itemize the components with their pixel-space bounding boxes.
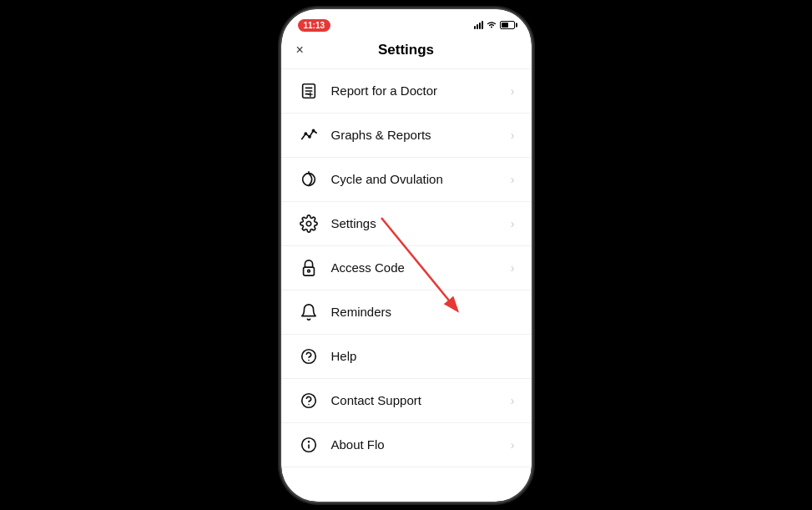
page-title: Settings	[378, 42, 434, 58]
menu-label-reminders: Reminders	[331, 305, 515, 319]
menu-item-about-flo[interactable]: About Flo ›	[281, 423, 532, 467]
signal-bars-icon	[474, 21, 483, 29]
svg-point-14	[301, 393, 315, 407]
menu-label-about-flo: About Flo	[331, 437, 511, 452]
cycle-icon	[298, 169, 320, 190]
menu-label-contact-support: Contact Support	[331, 393, 511, 407]
menu-item-contact-support[interactable]: Contact Support ›	[281, 379, 532, 423]
menu-item-graphs-reports[interactable]: Graphs & Reports ›	[281, 114, 532, 158]
chevron-icon-cycle: ›	[511, 173, 515, 186]
app-content: Report for a Doctor ›	[281, 69, 532, 502]
chevron-icon-settings: ›	[511, 217, 515, 230]
menu-item-help[interactable]: Help	[281, 335, 532, 379]
menu-label-settings: Settings	[331, 216, 511, 230]
wifi-icon	[487, 20, 497, 30]
chevron-icon-access: ›	[511, 261, 515, 275]
menu-item-access-code[interactable]: Access Code ›	[281, 246, 532, 290]
menu-item-cycle-ovulation[interactable]: Cycle and Ovulation ›	[281, 158, 532, 202]
status-bar: 11:13	[281, 9, 532, 35]
menu-label-access-code: Access Code	[331, 260, 511, 275]
info-icon	[298, 434, 320, 456]
help-icon	[298, 346, 320, 367]
chevron-icon-about: ›	[511, 438, 515, 452]
menu-label-graphs-reports: Graphs & Reports	[331, 128, 511, 142]
lock-icon	[298, 257, 320, 279]
menu-list: Report for a Doctor ›	[281, 69, 532, 494]
footer-links: Privacy Policy · Terms of Use	[281, 494, 532, 502]
svg-point-12	[301, 349, 315, 363]
svg-point-4	[305, 133, 306, 134]
menu-label-help: Help	[331, 349, 515, 363]
phone-wrapper: 11:13	[265, 5, 548, 506]
battery-icon	[500, 21, 515, 29]
chevron-icon-report: ›	[511, 84, 515, 98]
support-icon	[298, 390, 320, 412]
svg-point-7	[302, 173, 315, 185]
svg-point-5	[308, 135, 310, 137]
svg-rect-10	[303, 267, 314, 275]
bell-icon	[298, 301, 320, 323]
phone-screen: 11:13	[281, 9, 532, 502]
settings-icon	[298, 213, 320, 235]
menu-item-reminders[interactable]: Reminders	[281, 290, 532, 335]
menu-label-cycle-ovulation: Cycle and Ovulation	[331, 172, 511, 186]
chevron-icon-graphs: ›	[511, 129, 515, 142]
phone-frame: 11:13	[281, 9, 532, 502]
svg-point-19	[308, 441, 309, 442]
close-button[interactable]: ×	[296, 43, 304, 58]
graph-icon	[298, 124, 320, 146]
menu-item-settings[interactable]: Settings ›	[281, 202, 532, 246]
chevron-icon-support: ›	[511, 394, 515, 407]
menu-item-report-for-doctor[interactable]: Report for a Doctor ›	[281, 69, 532, 114]
status-time: 11:13	[298, 19, 331, 32]
report-icon	[298, 80, 320, 102]
svg-point-11	[307, 270, 310, 272]
app-header: × Settings	[281, 35, 532, 69]
status-icons	[474, 20, 515, 30]
svg-point-6	[312, 129, 314, 131]
menu-label-report-for-doctor: Report for a Doctor	[331, 83, 511, 98]
svg-point-9	[306, 221, 311, 226]
